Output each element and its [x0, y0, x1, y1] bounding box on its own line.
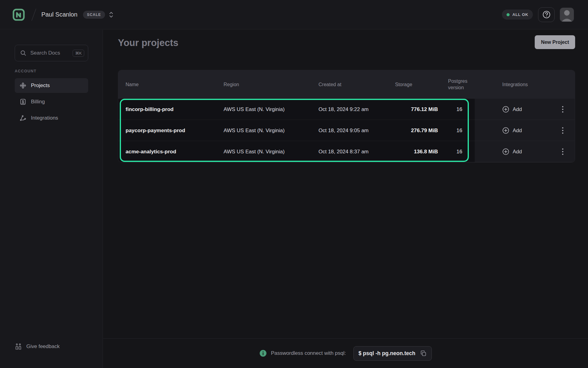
feedback-people-icon: [15, 343, 22, 350]
project-created-at: Oct 18, 2024 9:05 am: [318, 120, 395, 141]
add-integration-button[interactable]: Add: [502, 106, 522, 113]
column-header-postgres-version: Postgres version: [444, 78, 475, 91]
row-actions-cell: [550, 141, 575, 162]
integrations-cell: Add: [475, 99, 550, 120]
topbar: Paul Scanlon SCALE ALL OK: [0, 0, 588, 29]
table-row[interactable]: paycorp-payments-prod AWS US East (N. Vi…: [118, 120, 575, 141]
plus-circle-icon: [502, 127, 509, 134]
avatar[interactable]: [560, 8, 574, 22]
integrations-cell: Add: [475, 120, 550, 141]
column-header-region: Region: [224, 82, 318, 87]
row-menu-button[interactable]: [562, 148, 564, 155]
account-switcher-chevrons-icon[interactable]: [109, 11, 114, 18]
search-docs-label: Search Docs: [30, 50, 69, 56]
project-postgres-version: 16: [444, 141, 475, 162]
plus-circle-icon: [502, 106, 509, 113]
page-title: Your projects: [118, 37, 179, 48]
projects-table: Name Region Created at Storage Postgres …: [118, 70, 575, 163]
project-storage: 776.12 MiB: [395, 99, 444, 120]
search-icon: [20, 50, 26, 56]
sidebar: Search Docs ⌘K ACCOUNT Projects Billing: [0, 30, 103, 368]
sidebar-item-billing[interactable]: Billing: [15, 94, 88, 109]
project-name[interactable]: acme-analytics-prod: [118, 141, 224, 162]
give-feedback-button[interactable]: Give feedback: [15, 343, 60, 350]
psql-command: $ psql -h pg.neon.tech: [359, 350, 416, 357]
column-header-created-at: Created at: [318, 82, 395, 87]
sidebar-section-account: ACCOUNT: [15, 69, 36, 73]
table-header-row: Name Region Created at Storage Postgres …: [118, 70, 575, 99]
status-dot-icon: [507, 13, 510, 16]
project-created-at: Oct 18, 2024 9:22 am: [318, 99, 395, 120]
give-feedback-label: Give feedback: [26, 343, 60, 350]
project-created-at: Oct 18, 2024 8:37 am: [318, 141, 395, 162]
account-name[interactable]: Paul Scanlon: [41, 11, 77, 18]
info-icon: [259, 350, 267, 357]
new-project-button[interactable]: New Project: [535, 35, 575, 49]
add-integration-button[interactable]: Add: [502, 127, 522, 134]
search-docs-input[interactable]: Search Docs ⌘K: [15, 45, 88, 61]
search-shortcut-badge: ⌘K: [73, 50, 84, 57]
billing-icon: [20, 98, 26, 105]
status-badge[interactable]: ALL OK: [502, 10, 533, 20]
row-menu-button[interactable]: [562, 106, 564, 113]
plan-badge: SCALE: [83, 11, 105, 19]
sidebar-item-projects[interactable]: Projects: [15, 78, 88, 93]
column-header-storage: Storage: [395, 82, 444, 87]
project-name[interactable]: fincorp-billing-prod: [118, 99, 224, 120]
row-actions-cell: [550, 120, 575, 141]
row-actions-cell: [550, 99, 575, 120]
copy-button[interactable]: [420, 350, 427, 357]
project-storage: 276.79 MiB: [395, 120, 444, 141]
add-integration-label: Add: [513, 128, 522, 134]
plus-circle-icon: [502, 148, 509, 155]
kebab-menu-icon: [562, 148, 564, 155]
integrations-icon: [20, 115, 26, 121]
project-name[interactable]: paycorp-payments-prod: [118, 120, 224, 141]
project-region: AWS US East (N. Virginia): [224, 99, 318, 120]
copy-icon: [420, 350, 427, 357]
projects-icon: [20, 82, 26, 89]
project-region: AWS US East (N. Virginia): [224, 120, 318, 141]
footer: Passwordless connect with psql: $ psql -…: [103, 338, 588, 368]
table-row[interactable]: acme-analytics-prod AWS US East (N. Virg…: [118, 141, 575, 162]
neon-logo-icon[interactable]: [12, 8, 25, 21]
sidebar-nav: Projects Billing Integrations: [15, 78, 88, 127]
help-button[interactable]: [538, 7, 555, 22]
add-integration-label: Add: [513, 149, 522, 155]
psql-connect-label: Passwordless connect with psql:: [271, 350, 346, 356]
table-row[interactable]: fincorp-billing-prod AWS US East (N. Vir…: [118, 99, 575, 120]
sidebar-item-label: Billing: [31, 99, 45, 105]
integrations-cell: Add: [475, 141, 550, 162]
kebab-menu-icon: [562, 127, 564, 134]
project-postgres-version: 16: [444, 99, 475, 120]
sidebar-item-label: Integrations: [31, 115, 58, 121]
column-header-name: Name: [118, 82, 224, 87]
question-icon: [542, 10, 551, 19]
breadcrumb-slash: [32, 9, 36, 21]
row-menu-button[interactable]: [562, 127, 564, 134]
project-region: AWS US East (N. Virginia): [224, 141, 318, 162]
column-header-integrations: Integrations: [475, 82, 550, 87]
kebab-menu-icon: [562, 106, 564, 113]
psql-command-box[interactable]: $ psql -h pg.neon.tech: [353, 346, 432, 361]
project-storage: 136.8 MiB: [395, 141, 444, 162]
add-integration-button[interactable]: Add: [502, 148, 522, 155]
table-body: fincorp-billing-prod AWS US East (N. Vir…: [118, 99, 575, 162]
sidebar-item-label: Projects: [31, 82, 50, 89]
main-content: Your projects New Project Name Region Cr…: [103, 30, 588, 338]
add-integration-label: Add: [513, 106, 522, 113]
project-postgres-version: 16: [444, 120, 475, 141]
sidebar-item-integrations[interactable]: Integrations: [15, 111, 88, 125]
